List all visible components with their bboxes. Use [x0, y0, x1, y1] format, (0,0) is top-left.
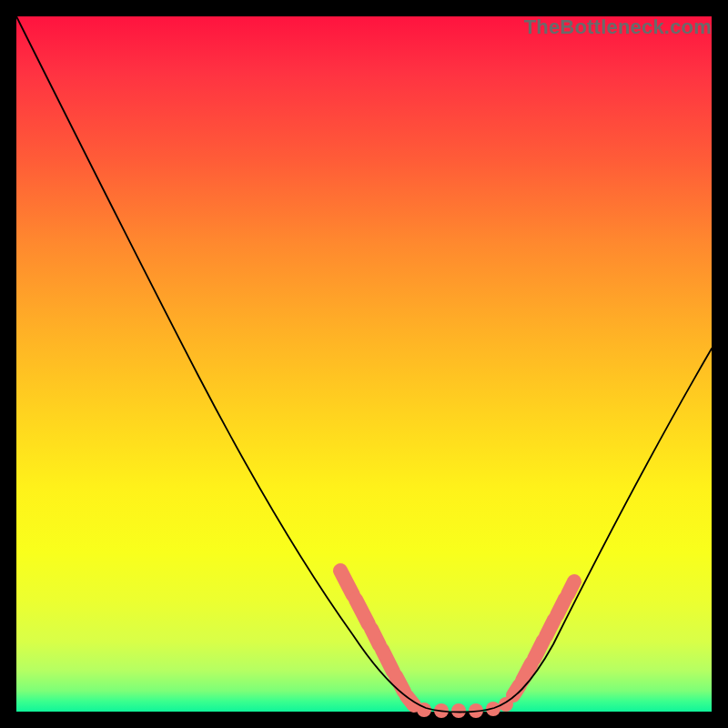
- svg-point-2: [451, 703, 466, 718]
- highlight-band-left: [340, 571, 414, 705]
- chart-frame: TheBottleneck.com: [16, 16, 712, 712]
- highlight-band-right: [513, 581, 574, 695]
- watermark-text: TheBottleneck.com: [524, 15, 712, 39]
- highlight-valley-dots: [417, 697, 513, 718]
- curve-layer: [16, 16, 712, 712]
